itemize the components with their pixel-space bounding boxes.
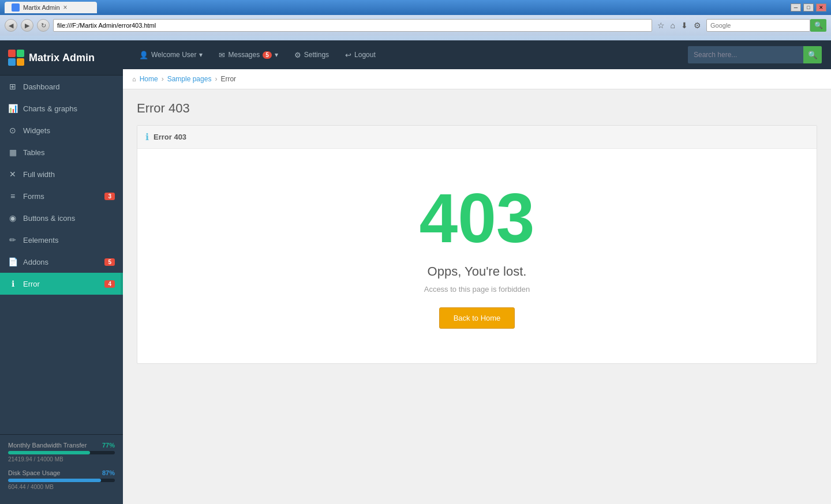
page-title: Error 403 [137, 101, 817, 116]
browser-chrome: Martix Admin × ─ □ ✕ ◀ ▶ ↻ ☆ ⌂ ⬇ ⚙ 🔍 [0, 0, 831, 40]
breadcrumb-section[interactable]: Sample pages [167, 75, 212, 83]
browser-addressbar: ◀ ▶ ↻ ☆ ⌂ ⬇ ⚙ 🔍 [0, 15, 831, 36]
sidebar-item-widgets[interactable]: ⊙ Widgets [0, 119, 123, 141]
settings-label: Settings [304, 51, 329, 59]
error-message-big: Opps, You're lost. [149, 264, 805, 279]
error-card: ℹ Error 403 403 Opps, You're lost. Acces… [137, 125, 817, 364]
bandwidth-bar-background [8, 451, 115, 454]
sidebar-item-buttons[interactable]: ◉ Buttons & icons [0, 207, 123, 229]
main-content: Error 403 ℹ Error 403 403 Opps, You're l… [123, 89, 831, 504]
breadcrumb: ⌂ Home › Sample pages › Error [123, 69, 831, 89]
main-content-wrapper: 👤 Welcome User ▾ ✉ Messages 5 ▾ ⚙ Settin… [123, 40, 831, 504]
browser-tab[interactable]: Martix Admin × [5, 2, 97, 13]
logo-sq-yellow [17, 58, 24, 66]
tab-close-button[interactable]: × [63, 3, 68, 12]
user-icon: 👤 [139, 51, 148, 59]
breadcrumb-sep-1: › [162, 75, 164, 83]
user-label: Welcome User [151, 51, 196, 59]
logout-icon: ↩ [345, 51, 351, 59]
messages-badge: 5 [263, 51, 272, 59]
topbar-search: 🔍 [688, 46, 822, 63]
messages-menu[interactable]: ✉ Messages 5 ▾ [212, 40, 285, 69]
breadcrumb-home[interactable]: Home [140, 75, 158, 83]
sidebar-label-error: Error [23, 280, 40, 288]
disk-info: 604.44 / 4000 MB [8, 484, 115, 490]
browser-window-controls: ─ □ ✕ [791, 3, 826, 12]
browser-search-button[interactable]: 🔍 [810, 19, 826, 32]
home-icon[interactable]: ⌂ [669, 21, 677, 30]
sidebar-item-eelements[interactable]: ✏ Eelements [0, 229, 123, 251]
browser-search-input[interactable] [706, 19, 810, 32]
active-indicator [121, 273, 123, 295]
user-dropdown-icon: ▾ [199, 51, 203, 59]
disk-percent: 87% [102, 469, 115, 476]
error-message-sub: Access to this page is forbidden [149, 285, 805, 294]
logo-sq-blue [8, 58, 16, 66]
logo-sq-green [17, 50, 24, 57]
error-icon: ℹ [8, 279, 17, 288]
messages-dropdown-icon: ▾ [275, 51, 278, 59]
breadcrumb-sep-2: › [215, 75, 217, 83]
disk-bar-fill [8, 479, 101, 482]
download-icon[interactable]: ⬇ [679, 21, 690, 30]
sidebar-footer: Monthly Bandwidth Transfer 77% 21419.94 … [0, 434, 123, 504]
settings-icon[interactable]: ⚙ [692, 21, 703, 30]
sidebar-label-eelements: Eelements [23, 236, 58, 245]
error-number: 403 [149, 183, 805, 253]
disk-title: Disk Space Usage [8, 469, 61, 476]
back-home-button[interactable]: Back to Home [439, 307, 515, 329]
eelements-icon: ✏ [8, 235, 17, 245]
user-menu[interactable]: 👤 Welcome User ▾ [132, 40, 209, 69]
disk-detail: 604.44 / 4000 MB [8, 484, 54, 490]
logo-name: Matrix [29, 52, 59, 63]
settings-menu[interactable]: ⚙ Settings [287, 40, 336, 69]
sidebar-label-buttons: Buttons & icons [23, 214, 75, 223]
sidebar-label-charts: Charts & graphs [23, 104, 77, 113]
fullwidth-icon: ✕ [8, 170, 17, 179]
minimize-button[interactable]: ─ [791, 3, 801, 12]
logout-label: Logout [354, 51, 376, 59]
messages-label: Messages [228, 51, 260, 59]
sidebar-navigation: ⊞ Dashboard 📊 Charts & graphs ⊙ Widgets … [0, 76, 123, 434]
widgets-icon: ⊙ [8, 126, 17, 135]
sidebar-item-error[interactable]: ℹ Error 4 [0, 273, 123, 295]
envelope-icon: ✉ [219, 51, 225, 59]
disk-section: Disk Space Usage 87% 604.44 / 4000 MB [8, 469, 115, 490]
charts-icon: 📊 [8, 104, 17, 113]
sidebar-label-fullwidth: Full width [23, 170, 55, 179]
dashboard-icon: ⊞ [8, 82, 17, 91]
logo-sq-red [8, 50, 16, 57]
logout-button[interactable]: ↩ Logout [338, 40, 383, 69]
sidebar-item-charts[interactable]: 📊 Charts & graphs [0, 97, 123, 119]
topbar-search-button[interactable]: 🔍 [803, 46, 822, 63]
forward-button[interactable]: ▶ [21, 19, 33, 32]
sidebar-item-tables[interactable]: ▦ Tables [0, 141, 123, 163]
error-badge: 4 [104, 280, 115, 288]
sidebar-item-dashboard[interactable]: ⊞ Dashboard [0, 76, 123, 97]
bookmark-icon[interactable]: ☆ [656, 21, 667, 30]
sidebar-label-dashboard: Dashboard [23, 82, 60, 91]
buttons-icon: ◉ [8, 213, 17, 223]
sidebar-item-forms[interactable]: ≡ Forms 3 [0, 185, 123, 207]
address-bar[interactable] [53, 19, 652, 32]
refresh-button[interactable]: ↻ [37, 19, 50, 32]
error-card-header: ℹ Error 403 [137, 126, 817, 149]
tab-title: Martix Admin [23, 4, 60, 11]
sidebar-item-fullwidth[interactable]: ✕ Full width [0, 163, 123, 185]
back-button[interactable]: ◀ [5, 19, 17, 32]
sidebar-label-addons: Addons [23, 258, 48, 266]
maximize-button[interactable]: □ [803, 3, 814, 12]
topbar-search-input[interactable] [688, 46, 803, 63]
sidebar-item-addons[interactable]: 📄 Addons 5 [0, 251, 123, 273]
addons-badge: 5 [104, 258, 115, 266]
sidebar-label-widgets: Widgets [23, 126, 50, 135]
bandwidth-section: Monthly Bandwidth Transfer 77% 21419.94 … [8, 442, 115, 462]
sidebar-label-forms: Forms [23, 192, 44, 201]
error-card-body: 403 Opps, You're lost. Access to this pa… [137, 149, 817, 363]
close-button[interactable]: ✕ [816, 3, 826, 12]
bandwidth-percent: 77% [102, 442, 115, 449]
addons-icon: 📄 [8, 257, 17, 266]
bandwidth-bar-fill [8, 451, 90, 454]
home-breadcrumb-icon: ⌂ [132, 76, 136, 82]
bandwidth-title: Monthly Bandwidth Transfer [8, 442, 87, 449]
